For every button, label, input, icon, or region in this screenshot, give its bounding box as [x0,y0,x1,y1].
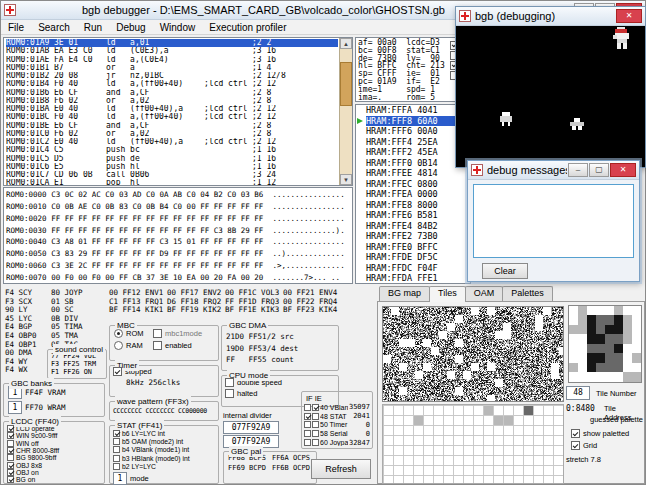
disasm-line[interactable]: ROM0:01C2E0 40ld (ff00+40),a;lcd ctrl;2 … [6,138,338,146]
hexdump-row[interactable]: ROM0:0000 C3 0C 02 AC C0 03 AD C0 0A AB … [6,189,352,201]
debug-maximize-button[interactable]: ▢ [589,163,609,177]
debug-close-button[interactable]: ✕ [610,163,636,177]
tile-number-input[interactable]: 48 [566,386,590,400]
stack-row[interactable]: HRAM:FFEA 0000 [356,189,470,200]
stack-row[interactable]: HRAM:FFEE 4814 [356,168,470,179]
disasm-line[interactable]: ROM0:01B8F6 02or a,02;2 8 [6,97,338,105]
stat-b3-hblank-mode0-int-checkbox[interactable] [113,455,120,462]
stat-b6-ly-lyc-int-checkbox[interactable] [113,430,120,437]
disasm-line[interactable]: ROM0:01B1B7or a;1 4 [6,64,338,72]
mbc-rom-radio[interactable] [114,329,123,338]
disasm-line[interactable]: ROM0:01BAE0 40ld (ff00+40),a;lcd ctrl;2 … [6,105,338,113]
disasm-line[interactable]: ROM0:01C0F6 02or a,02;2 8 [6,130,338,138]
stack-row[interactable]: HRAM:FFDC F04F [356,263,470,274]
lcdc-win-off-checkbox[interactable] [7,440,14,447]
disasm-line[interactable]: ROM0:01BEE6 CFand a,CF;2 8 [6,122,338,130]
ie-58-serial-checkbox[interactable] [312,430,319,437]
stack-row[interactable]: HRAM:FFDA FFE1 [356,273,470,284]
disasm-line[interactable]: ROM0:01CAE1pop hl;1 12 [6,179,338,185]
scrollbar-thumb[interactable] [340,62,352,106]
if-50-timer-checkbox[interactable] [304,421,311,428]
disasm-line[interactable]: ROM0:01B220 08jr nz,01BC;2 12/8 [6,72,338,80]
stack-row[interactable]: HRAM:FFE2 73B0 [356,231,470,242]
stack-row[interactable]: HRAM:FFF2 45EA [356,147,470,158]
stack-row[interactable]: HRAM:FFF0 0B14 [356,158,470,169]
menu-item-debug[interactable]: Debug [109,22,152,33]
lcdc-bg-9800-9bff-checkbox[interactable] [7,454,14,461]
disasm-line[interactable]: ROM0:01C4C5push bc;1 16 [6,146,338,154]
menu-item-window[interactable]: Window [153,22,203,33]
ie-40-vblank-checkbox[interactable] [312,404,319,411]
mbc-enabled-checkbox[interactable] [153,341,162,350]
menu-item-search[interactable]: Search [31,22,77,33]
ie-50-timer-checkbox[interactable] [312,421,319,428]
menu-item-execution-profiler[interactable]: Execution profiler [202,22,293,33]
tab-tiles[interactable]: Tiles [429,286,466,302]
timer-stopped-checkbox[interactable] [113,367,122,376]
lcdc-obj-on-checkbox[interactable] [7,469,14,476]
game-close-button[interactable]: ✕ [616,9,642,23]
scroll-down-icon[interactable]: ▼ [340,174,352,185]
stack-row[interactable]: HRAM:FFE6 B581 [356,210,470,221]
disasm-line[interactable]: ROM0:01C6E5push hl;1 16 [6,163,338,171]
game-titlebar[interactable]: bgb (debugging) ✕ [456,7,645,26]
grid-checkbox[interactable] [571,441,580,450]
double-speed-checkbox[interactable] [225,378,234,387]
lcdc-chr-8000-8fff-checkbox[interactable] [7,447,14,454]
refresh-button[interactable]: Refresh [311,459,371,479]
disasm-line[interactable]: ROM0:01B4F0 40ld a,(ff00+40);lcd ctrl;2 … [6,80,338,88]
if-48-stat-checkbox[interactable] [304,413,311,420]
disasm-line[interactable]: ROM0:01C7CD 06 0Bcall 0B06;3 24 [6,171,338,179]
hexdump-row[interactable]: ROM0:0070 00 F0 00 F0 00 FF CB 37 3E 10 … [6,272,352,284]
menu-item-file[interactable]: File [1,22,31,33]
disassembly-scrollbar[interactable]: ▲ ▼ [339,38,352,185]
tab-oam[interactable]: OAM [465,286,504,301]
disasm-line[interactable]: ROM0:01AEFA E4 C0ld a,(C0E4);3 16 [6,56,338,64]
disasm-line[interactable]: ROM0:01ABEA E3 C0ld (C0E3),a;3 16 [6,47,338,55]
stack-row[interactable]: HRAM:FFF4 25EA [356,137,470,148]
hexdump-row[interactable]: ROM0:0040 C3 A8 01 FF FF FF FF FF C3 15 … [6,236,352,248]
mbc1mode-checkbox[interactable] [153,329,162,338]
ie-60-joypad-checkbox[interactable] [312,439,319,446]
debug-titlebar[interactable]: debug messages – ▢ ✕ [468,161,639,180]
show-paletted-checkbox[interactable] [571,429,580,438]
lcdc-lcd-operate-checkbox[interactable] [7,425,14,432]
menu-item-run[interactable]: Run [77,22,109,33]
stat-b2-ly-lyc-checkbox[interactable] [113,463,120,470]
disasm-line[interactable]: ROM0:01C5D5push de;1 16 [6,155,338,163]
stat-b5-oam-mode2-int-checkbox[interactable] [113,438,120,445]
debug-messages-list[interactable] [473,184,634,258]
tileset-canvas[interactable] [382,306,564,402]
halted-checkbox[interactable] [225,389,234,398]
ie-48-stat-checkbox[interactable] [312,413,319,420]
tab-palettes[interactable]: Palettes [502,286,553,301]
tilemap-grid-canvas[interactable] [382,404,564,484]
hexdump-row[interactable]: ROM0:0030 FF FF FF FF FF FF FF FF FF FF … [6,225,352,237]
clear-button[interactable]: Clear [482,263,528,279]
bank-value-box[interactable]: 1 [8,401,22,414]
tab-bg-map[interactable]: BG map [379,286,430,301]
disasm-line[interactable]: ROM0:01BCF0 40ld a,(ff00+40);lcd ctrl;2 … [6,113,338,121]
stat-b4-vblank-mode1-int-checkbox[interactable] [113,446,120,453]
stack-row[interactable]: HRAM:FFF6 00A0 [356,126,470,137]
stack-row[interactable]: HRAM:FFEC 0800 [356,179,470,190]
lcdc-obj-8x8-checkbox[interactable] [7,462,14,469]
stack-row[interactable]: HRAM:FFE0 BFFC [356,242,470,253]
debug-minimize-button[interactable]: – [568,163,588,177]
mbc-ram-radio[interactable] [114,341,123,350]
stack-row[interactable]: HRAM:FFE4 84B2 [356,221,470,232]
disasm-line[interactable]: ROM0:01B6E6 CFand a,CF;2 8 [6,89,338,97]
if-60-joypad-checkbox[interactable] [304,439,311,446]
disasm-line[interactable]: ROM0:01A93E 01ld a,01;2 2 [6,39,338,47]
stack-row[interactable]: HRAM:FFDE DF5C [356,252,470,263]
hexdump-row[interactable]: ROM0:0010 C0 0B AE C0 0B 83 C0 0B B4 C0 … [6,201,352,213]
hexdump-row[interactable]: ROM0:0060 C3 3E 2C FF FF FF FF FF FF FF … [6,260,352,272]
stack-row[interactable]: HRAM:FFFA 4041 [356,105,470,116]
lcdc-bg-on-checkbox[interactable] [7,476,14,483]
stack-row[interactable]: HRAM:FFE8 8000 [356,200,470,211]
hexdump-row[interactable]: ROM0:0020 FF FF FF FF FF FF FF FF FF FF … [6,213,352,225]
if-40-vblank-checkbox[interactable] [304,404,311,411]
if-58-serial-checkbox[interactable] [304,430,311,437]
scroll-up-icon[interactable]: ▲ [340,38,352,49]
hexdump-row[interactable]: ROM0:0050 C3 83 29 FF FF FF FF FF D9 FF … [6,248,352,260]
